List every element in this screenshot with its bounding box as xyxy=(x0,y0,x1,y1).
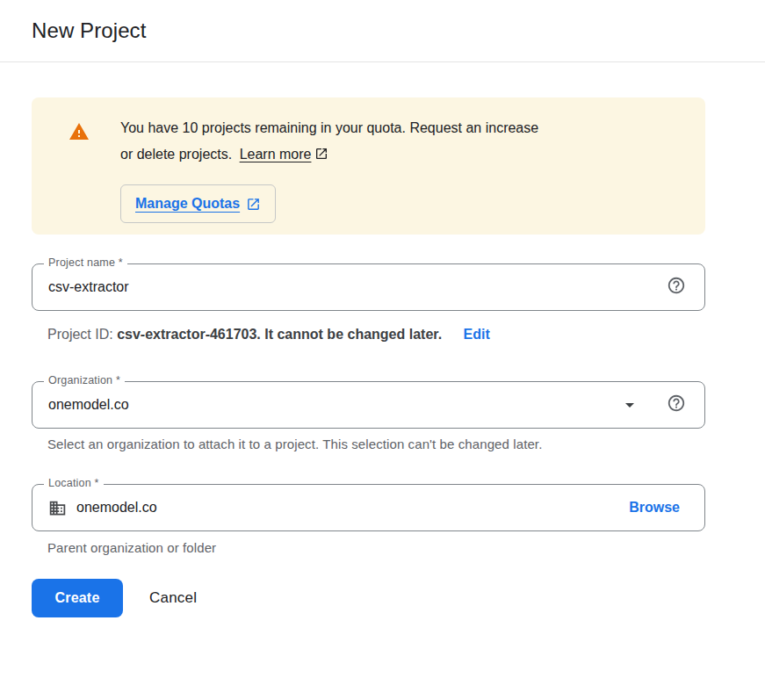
help-icon[interactable] xyxy=(667,393,686,416)
create-button[interactable]: Create xyxy=(32,579,123,617)
browse-button[interactable]: Browse xyxy=(629,500,680,516)
project-id-value: csv-extractor-461703. It cannot be chang… xyxy=(117,327,442,342)
organization-label: Organization * xyxy=(44,374,125,386)
page-header: New Project xyxy=(0,0,765,62)
location-label: Location * xyxy=(44,477,104,489)
external-link-icon xyxy=(314,148,328,163)
external-link-icon xyxy=(246,197,261,212)
organization-field[interactable]: Organization * onemodel.co xyxy=(32,381,705,429)
manage-quotas-button[interactable]: Manage Quotas xyxy=(120,184,276,223)
project-id-prefix: Project ID: xyxy=(47,327,117,342)
manage-quotas-label: Manage Quotas xyxy=(135,196,240,212)
project-name-value[interactable]: csv-extractor xyxy=(48,279,129,295)
new-project-form: You have 10 projects remaining in your q… xyxy=(0,97,765,617)
help-icon[interactable] xyxy=(667,276,686,299)
quota-warning-banner: You have 10 projects remaining in your q… xyxy=(32,97,705,235)
location-value[interactable]: onemodel.co xyxy=(76,500,157,516)
organization-helper-text: Select an organization to attach it to a… xyxy=(32,437,705,451)
location-helper-text: Parent organization or folder xyxy=(32,540,705,555)
organization-value[interactable]: onemodel.co xyxy=(48,397,129,413)
location-field[interactable]: Location * onemodel.co Browse xyxy=(32,484,705,531)
quota-message-line2: or delete projects. xyxy=(120,147,232,162)
quota-message-line1: You have 10 projects remaining in your q… xyxy=(120,115,538,141)
project-id-row: Project ID: csv-extractor-461703. It can… xyxy=(32,327,705,343)
edit-project-id-link[interactable]: Edit xyxy=(464,327,490,342)
page-title: New Project xyxy=(32,18,146,43)
organization-building-icon xyxy=(48,499,67,517)
form-actions: Create Cancel xyxy=(32,579,705,617)
learn-more-link[interactable]: Learn more xyxy=(240,147,312,162)
chevron-down-icon[interactable] xyxy=(619,394,640,415)
warning-icon xyxy=(69,121,90,223)
quota-message: You have 10 projects remaining in your q… xyxy=(120,115,538,170)
project-name-field[interactable]: Project name * csv-extractor xyxy=(32,263,705,311)
cancel-button[interactable]: Cancel xyxy=(149,589,197,607)
project-name-label: Project name * xyxy=(44,256,127,269)
